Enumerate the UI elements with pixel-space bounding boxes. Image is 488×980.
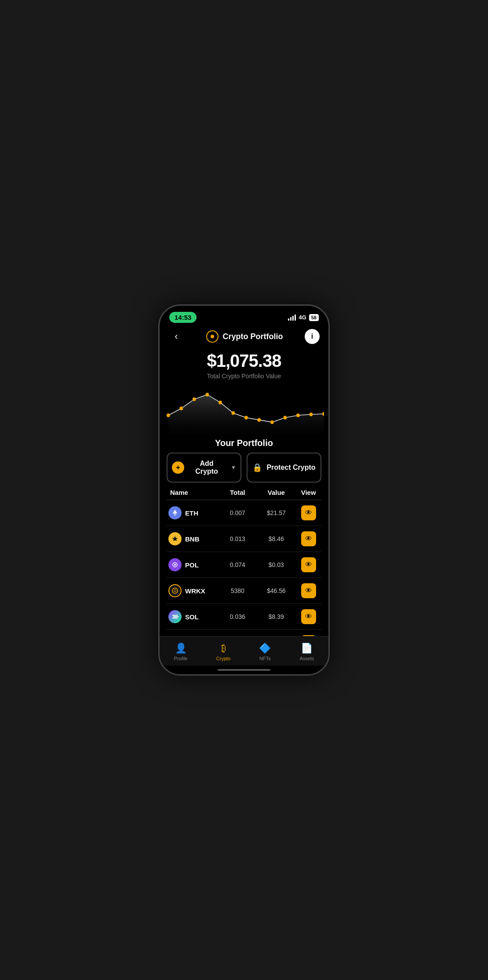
bnb-icon: [168, 532, 182, 545]
nfts-label: NFTs: [259, 656, 271, 661]
svg-point-10: [296, 413, 300, 417]
portfolio-amount: $1,075.38: [168, 351, 320, 371]
nav-item-profile[interactable]: 👤 Profile: [169, 641, 193, 663]
add-crypto-button[interactable]: + Add Crypto ▼: [167, 453, 241, 483]
status-right: 4G 58: [288, 314, 319, 321]
protect-crypto-button[interactable]: 🔒 Protect Crypto: [247, 453, 321, 483]
eth-value: $21.57: [257, 509, 295, 516]
svg-point-17: [174, 564, 176, 566]
lock-icon: 🔒: [252, 463, 262, 472]
pol-total: 0.074: [218, 561, 257, 568]
svg-point-8: [270, 421, 274, 424]
profile-icon: 👤: [175, 643, 187, 654]
chart-svg: [164, 383, 324, 434]
eth-view-cell: 👁: [295, 505, 321, 520]
signal-icon: [288, 314, 296, 321]
status-bar: 14:53 4G 58: [160, 306, 328, 325]
bnb-value: $8.46: [257, 535, 295, 542]
table-row: BNB 0.013 $8.46 👁: [167, 526, 321, 552]
crypto-name-wrkx: WRKX: [167, 584, 218, 597]
protect-crypto-label: Protect Crypto: [266, 464, 315, 472]
assets-label: Assets: [299, 656, 314, 661]
bnb-symbol: BNB: [185, 535, 200, 543]
pol-view-button[interactable]: 👁: [301, 557, 316, 572]
portfolio-icon: [206, 330, 219, 343]
table-row: ETH 0.007 $21.57 👁: [167, 500, 321, 526]
eye-icon: 👁: [305, 561, 312, 569]
portfolio-chart: [160, 383, 328, 434]
col-total: Total: [218, 489, 257, 496]
pol-value: $0.03: [257, 561, 295, 568]
nfts-icon: 🔷: [259, 643, 271, 654]
sol-view-button[interactable]: 👁: [301, 609, 316, 624]
assets-icon: 📄: [301, 643, 313, 654]
crypto-name-sol: SOL: [167, 610, 218, 623]
crypto-name-bnb: BNB: [167, 532, 218, 545]
time-display: 14:53: [169, 312, 197, 323]
eye-icon: 👁: [305, 587, 312, 595]
svg-point-4: [219, 401, 222, 404]
add-crypto-label: Add Crypto: [189, 460, 225, 475]
wrkx-view-button[interactable]: 👁: [301, 583, 316, 598]
wrkx-view-cell: 👁: [295, 583, 321, 598]
eth-total: 0.007: [218, 509, 257, 516]
eth-icon: [168, 506, 182, 519]
back-button[interactable]: ‹: [168, 331, 184, 342]
svg-point-18: [172, 588, 178, 593]
svg-point-9: [284, 416, 287, 419]
pol-symbol: POL: [185, 561, 199, 569]
nav-item-crypto[interactable]: ₿ Crypto: [211, 641, 236, 663]
svg-marker-13: [173, 510, 177, 514]
info-button[interactable]: i: [305, 329, 320, 344]
eth-view-button[interactable]: 👁: [301, 505, 316, 520]
svg-point-7: [257, 418, 261, 421]
bottom-nav: 👤 Profile ₿ Crypto 🔷 NFTs 📄 Assets: [160, 636, 328, 666]
home-indicator: [160, 666, 328, 674]
crypto-icon: ₿: [221, 643, 226, 654]
crypto-table: Name Total Value View ETH 0.007 $21.57 👁: [160, 487, 328, 636]
wrkx-icon: [168, 584, 182, 597]
sol-symbol: SOL: [185, 613, 199, 621]
wrkx-symbol: WRKX: [185, 587, 205, 595]
nav-title: Crypto Portfolio: [206, 330, 283, 343]
section-title: Your Portfolio: [160, 435, 328, 453]
wrkx-total: 5380: [218, 587, 257, 594]
svg-point-6: [244, 416, 248, 419]
nav-item-nfts[interactable]: 🔷 NFTs: [254, 641, 276, 663]
eth-symbol: ETH: [185, 509, 198, 517]
top-nav: ‹ Crypto Portfolio i: [160, 325, 328, 347]
eye-icon: 👁: [305, 613, 312, 621]
home-bar: [218, 669, 270, 671]
svg-point-0: [167, 413, 170, 417]
phone-screen: 14:53 4G 58 ‹ Crypto Portfolio: [160, 306, 328, 674]
svg-point-11: [310, 413, 313, 416]
svg-point-19: [174, 590, 176, 592]
bnb-total: 0.013: [218, 535, 257, 542]
bnb-view-button[interactable]: 👁: [301, 531, 316, 546]
table-row: POL 0.074 $0.03 👁: [167, 552, 321, 578]
crypto-name-eth: ETH: [167, 506, 218, 519]
portfolio-value-section: $1,075.38 Total Crypto Portfolio Value: [160, 347, 328, 381]
nav-item-assets[interactable]: 📄 Assets: [294, 641, 319, 663]
table-row: WRKX 5380 $46.56 👁: [167, 578, 321, 604]
pol-view-cell: 👁: [295, 557, 321, 572]
table-row: AVAX 0.814 $27.67 👁: [167, 630, 321, 636]
svg-marker-15: [172, 536, 178, 541]
dropdown-arrow-icon: ▼: [231, 464, 236, 471]
col-name: Name: [167, 489, 218, 496]
table-row: SOL 0.036 $8.39 👁: [167, 604, 321, 630]
portfolio-label: Total Crypto Portfolio Value: [168, 373, 320, 380]
battery-display: 58: [309, 314, 319, 321]
add-icon: +: [172, 461, 184, 474]
col-value: Value: [257, 489, 295, 496]
pol-icon: [168, 558, 182, 571]
sol-total: 0.036: [218, 613, 257, 620]
col-view: View: [295, 489, 321, 496]
network-label: 4G: [299, 314, 306, 321]
wrkx-value: $46.56: [257, 587, 295, 594]
eye-icon: 👁: [305, 535, 312, 543]
sol-view-cell: 👁: [295, 609, 321, 624]
bnb-view-cell: 👁: [295, 531, 321, 546]
nav-title-text: Crypto Portfolio: [223, 332, 283, 341]
svg-point-5: [231, 411, 235, 415]
